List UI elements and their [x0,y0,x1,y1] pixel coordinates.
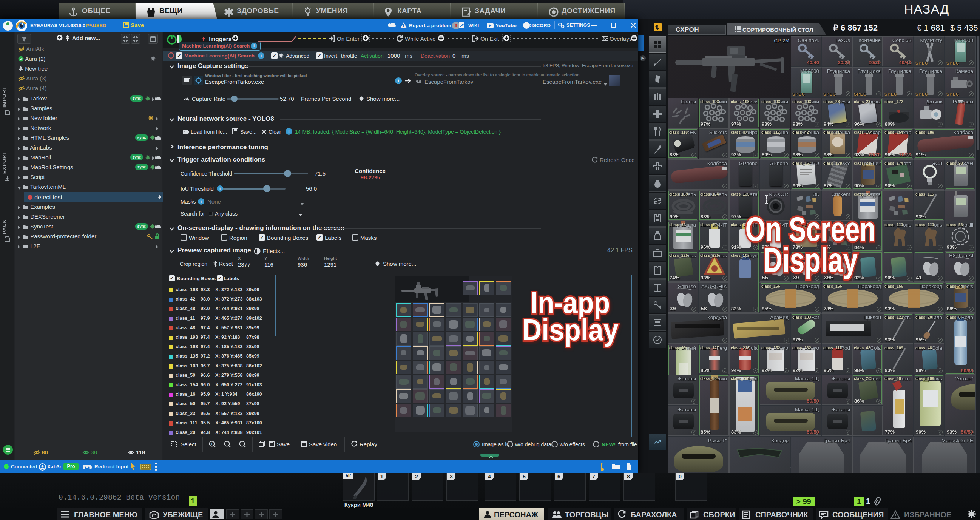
svg-text:Display: Display [522,313,619,347]
svg-text:Display: Display [763,241,858,279]
svg-text:−: − [226,442,228,446]
svg-text:+: + [211,442,213,446]
